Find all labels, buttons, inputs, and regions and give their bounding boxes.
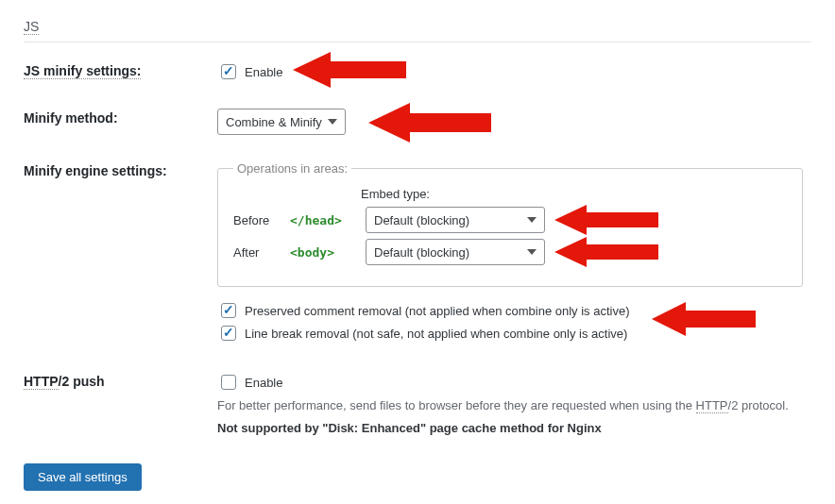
- section-title: JS: [24, 19, 39, 35]
- row-http2-push: HTTP/2 push Enable For better performanc…: [24, 372, 811, 437]
- enable-minify-label[interactable]: Enable: [217, 61, 282, 82]
- embed-before-select[interactable]: Default (blocking): [366, 207, 545, 233]
- preserved-comment-label[interactable]: Preserved comment removal (not applied w…: [217, 300, 811, 321]
- embed-after-select[interactable]: Default (blocking): [366, 239, 545, 265]
- save-button[interactable]: Save all settings: [24, 463, 142, 491]
- line-break-label[interactable]: Line break removal (not safe, not applie…: [217, 323, 811, 344]
- label-minify-settings: JS minify settings:: [24, 61, 217, 78]
- enable-minify-checkbox[interactable]: [221, 64, 236, 79]
- operations-legend: Operations in areas:: [233, 161, 351, 176]
- svg-marker-2: [554, 205, 658, 235]
- ops-row-after: After <body> Default (blocking): [233, 239, 787, 265]
- http2-not-supported: Not supported by "Disk: Enhanced" page c…: [217, 419, 811, 438]
- body-tag: <body>: [290, 245, 356, 260]
- after-label: After: [233, 245, 281, 260]
- minify-method-select[interactable]: Combine & Minify: [217, 109, 346, 135]
- svg-marker-0: [293, 52, 406, 88]
- line-break-text: Line break removal (not safe, not applie…: [245, 327, 627, 341]
- http2-help: For better performance, send files to br…: [217, 396, 811, 415]
- svg-marker-3: [554, 237, 658, 267]
- line-break-checkbox[interactable]: [221, 326, 236, 341]
- label-http2-suffix: /2 push: [59, 374, 105, 389]
- label-minify-settings-text: JS minify settings:: [24, 63, 141, 79]
- http2-enable-checkbox[interactable]: [221, 375, 236, 390]
- operations-fieldset: Operations in areas: Embed type: Before …: [217, 161, 803, 287]
- arrow-icon: [293, 50, 406, 90]
- arrow-icon: [368, 101, 491, 144]
- ops-row-before: Before </head> Default (blocking): [233, 207, 787, 233]
- row-minify-settings: JS minify settings: Enable: [24, 61, 811, 82]
- enable-minify-text: Enable: [245, 65, 282, 79]
- label-engine-settings: Minify engine settings:: [24, 161, 217, 178]
- section-header: JS: [24, 19, 811, 42]
- label-http2-push: HTTP/2 push: [24, 372, 217, 389]
- arrow-icon: [554, 203, 658, 237]
- row-engine-settings: Minify engine settings: Operations in ar…: [24, 161, 811, 345]
- label-minify-method: Minify method:: [24, 109, 217, 126]
- http2-help-pre: For better performance, send files to br…: [217, 398, 696, 412]
- http2-help-post: /2 protocol.: [728, 398, 789, 412]
- before-label: Before: [233, 213, 281, 227]
- http2-enable-text: Enable: [245, 376, 282, 390]
- embed-type-header: Embed type:: [361, 187, 787, 201]
- http2-enable-label[interactable]: Enable: [217, 372, 282, 393]
- svg-marker-1: [368, 103, 491, 143]
- arrow-icon: [554, 235, 658, 269]
- preserved-comment-text: Preserved comment removal (not applied w…: [245, 304, 630, 318]
- row-minify-method: Minify method: Combine & Minify: [24, 109, 811, 135]
- label-http2-http: HTTP: [24, 374, 59, 390]
- http2-help-http: HTTP: [696, 398, 728, 413]
- head-tag: </head>: [290, 213, 356, 227]
- preserved-comment-checkbox[interactable]: [221, 303, 236, 318]
